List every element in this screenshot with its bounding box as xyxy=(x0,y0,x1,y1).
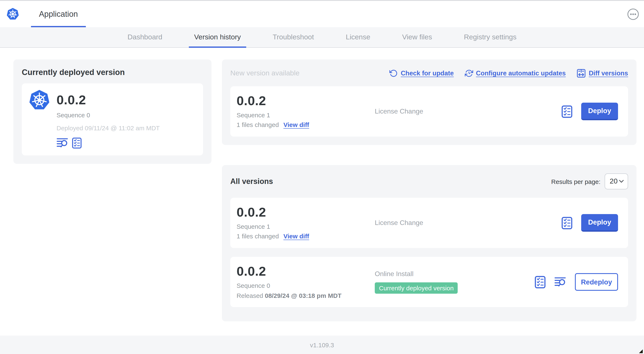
version-sequence: Sequence 0 xyxy=(236,282,375,289)
all-versions-header: All versions Results per page: 20 xyxy=(230,173,628,189)
diff-versions-label: Diff versions xyxy=(589,70,628,77)
redeploy-button[interactable]: Redeploy xyxy=(575,273,618,291)
currently-deployed-details: 0.0.2 Sequence 0 Deployed 09/11/24 @ 11:… xyxy=(56,89,160,149)
auto-update-clock-icon xyxy=(464,69,473,78)
tab-view-files[interactable]: View files xyxy=(397,27,438,47)
app-nav-tabs: Dashboard Version history Troubleshoot L… xyxy=(0,27,644,48)
main-content: Currently deployed version 0.0.2 Sequenc… xyxy=(0,48,644,335)
preflight-checklist-icon[interactable] xyxy=(562,105,572,118)
tab-dashboard[interactable]: Dashboard xyxy=(122,27,168,47)
view-diff-link[interactable]: View diff xyxy=(284,121,309,128)
version-source: License Change xyxy=(375,205,562,241)
diff-versions-link[interactable]: Diff versions xyxy=(576,69,628,78)
version-sequence: Sequence 1 xyxy=(236,223,375,230)
app-tab-label: Application xyxy=(39,10,78,19)
app-bar: Application xyxy=(0,1,644,27)
admin-console-page: Application Dashboard Version history Tr… xyxy=(0,0,644,354)
version-number: 0.0.2 xyxy=(236,264,375,279)
chevron-down-icon xyxy=(619,180,624,183)
version-info: 0.0.2 Sequence 0 Released 08/29/24 @ 03:… xyxy=(236,264,375,300)
new-version-card: 0.0.2 Sequence 1 1 files changed View di… xyxy=(230,86,628,137)
versions-column: New version available Check for update C… xyxy=(222,60,636,321)
current-version-deployed-timestamp: Deployed 09/11/24 @ 11:02 am MDT xyxy=(56,124,160,131)
results-per-page-select[interactable]: 20 xyxy=(605,173,628,189)
results-per-page-label: Results per page: xyxy=(551,178,600,185)
view-logs-icon[interactable] xyxy=(554,276,566,287)
mouse-cursor-artifact xyxy=(639,349,643,353)
currently-deployed-card: 0.0.2 Sequence 0 Deployed 09/11/24 @ 11:… xyxy=(22,83,203,155)
version-source: Online Install Currently deployed versio… xyxy=(375,264,535,300)
configure-automatic-updates-link[interactable]: Configure automatic updates xyxy=(464,69,566,78)
configure-automatic-updates-label: Configure automatic updates xyxy=(476,70,566,77)
released-date: 08/29/24 @ 03:18 pm MDT xyxy=(265,292,342,299)
files-changed-row: 1 files changed View diff xyxy=(236,121,375,128)
diff-icon xyxy=(576,69,586,78)
current-version-actions xyxy=(56,137,160,149)
version-actions: Deploy xyxy=(562,93,622,129)
tab-version-history[interactable]: Version history xyxy=(189,27,246,47)
current-version-sequence: Sequence 0 xyxy=(56,111,160,118)
refresh-ccw-icon xyxy=(390,69,398,78)
app-tab-application[interactable]: Application xyxy=(31,1,86,27)
page-footer: v1.109.3 xyxy=(0,335,644,354)
kubernetes-logo-icon xyxy=(6,8,19,21)
files-changed-text: 1 files changed xyxy=(236,232,279,239)
tab-troubleshoot[interactable]: Troubleshoot xyxy=(267,27,319,47)
check-for-update-link[interactable]: Check for update xyxy=(390,69,454,78)
currently-deployed-title: Currently deployed version xyxy=(22,68,203,77)
version-actions: Redeploy xyxy=(535,264,622,300)
all-versions-panel: All versions Results per page: 20 0.0.2 … xyxy=(222,165,636,321)
version-info: 0.0.2 Sequence 1 1 files changed View di… xyxy=(236,205,375,241)
version-source-label: Online Install xyxy=(375,270,414,278)
files-changed-text: 1 files changed xyxy=(236,121,279,128)
new-version-header: New version available Check for update C… xyxy=(230,69,628,78)
version-source-label: License Change xyxy=(375,108,423,115)
version-actions: Deploy xyxy=(562,205,622,241)
preflight-checklist-icon[interactable] xyxy=(72,137,82,149)
version-source-label: License Change xyxy=(375,219,423,227)
view-diff-link[interactable]: View diff xyxy=(284,232,309,239)
overflow-menu-button[interactable] xyxy=(627,8,639,20)
app-icon-kubernetes xyxy=(28,89,50,111)
version-sequence: Sequence 1 xyxy=(236,111,375,118)
results-per-page-value: 20 xyxy=(610,177,618,186)
update-action-links: Check for update Configure automatic upd… xyxy=(390,69,628,78)
new-version-title: New version available xyxy=(230,69,300,78)
version-info: 0.0.2 Sequence 1 1 files changed View di… xyxy=(236,93,375,129)
preflight-checklist-icon[interactable] xyxy=(535,275,546,288)
version-source: License Change xyxy=(375,93,562,129)
ellipsis-circle-icon xyxy=(627,8,639,20)
version-number: 0.0.2 xyxy=(236,205,375,220)
current-version-number: 0.0.2 xyxy=(56,93,160,108)
tab-license[interactable]: License xyxy=(340,27,376,47)
currently-deployed-panel: Currently deployed version 0.0.2 Sequenc… xyxy=(14,60,212,164)
console-version: v1.109.3 xyxy=(310,341,334,348)
preflight-checklist-icon[interactable] xyxy=(562,216,572,229)
version-released-timestamp: Released 08/29/24 @ 03:18 pm MDT xyxy=(236,292,375,299)
view-logs-icon[interactable] xyxy=(56,137,68,148)
files-changed-row: 1 files changed View diff xyxy=(236,232,375,239)
currently-deployed-badge: Currently deployed version xyxy=(375,282,458,294)
deploy-button[interactable]: Deploy xyxy=(581,103,618,120)
check-for-update-label: Check for update xyxy=(401,70,454,77)
tab-registry-settings[interactable]: Registry settings xyxy=(458,27,522,47)
version-row: 0.0.2 Sequence 1 1 files changed View di… xyxy=(230,198,628,248)
results-per-page: Results per page: 20 xyxy=(551,173,628,189)
version-number: 0.0.2 xyxy=(236,93,375,108)
version-row: 0.0.2 Sequence 0 Released 08/29/24 @ 03:… xyxy=(230,257,628,307)
released-label: Released xyxy=(236,292,265,299)
new-version-panel: New version available Check for update C… xyxy=(222,60,636,145)
all-versions-title: All versions xyxy=(230,177,273,186)
deploy-button[interactable]: Deploy xyxy=(581,214,618,232)
